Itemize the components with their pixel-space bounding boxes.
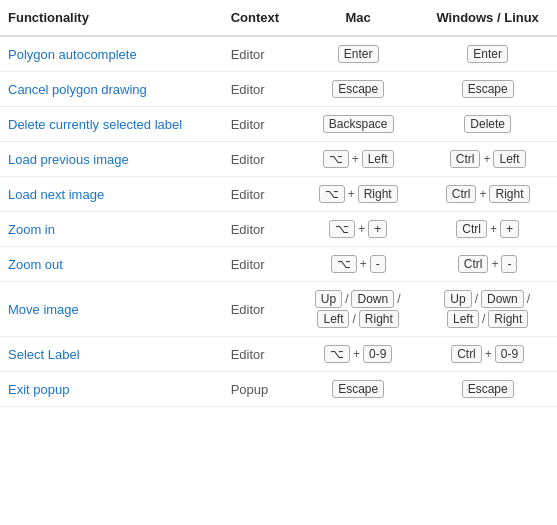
col-header-context: Context: [223, 0, 298, 36]
context-label: Editor: [231, 222, 265, 237]
key-badge: 0-9: [495, 345, 524, 363]
key-combo: Ctrl + +: [456, 220, 519, 238]
context-label: Editor: [231, 47, 265, 62]
col-header-windows: Windows / Linux: [418, 0, 557, 36]
cell-mac: Backspace: [298, 107, 418, 142]
functionality-label: Delete currently selected label: [8, 117, 182, 132]
key-badge: Right: [488, 310, 528, 328]
cell-mac: ⌥ + +: [298, 212, 418, 247]
key-combo: ⌥ + +: [329, 220, 387, 238]
key-combo: ⌥ + 0-9: [324, 345, 392, 363]
table-row: Exit popup Popup Escape Escape: [0, 372, 557, 407]
key-badge: Escape: [332, 80, 384, 98]
key-badge: ⌥: [323, 150, 349, 168]
key-badge: +: [500, 220, 519, 238]
plus-sign: +: [479, 187, 486, 201]
cell-mac: Up / Down / Left / Right: [298, 282, 418, 337]
col-header-mac: Mac: [298, 0, 418, 36]
key-badge: ⌥: [324, 345, 350, 363]
functionality-label: Cancel polygon drawing: [8, 82, 147, 97]
cell-context: Editor: [223, 177, 298, 212]
cell-mac: Escape: [298, 372, 418, 407]
key-badge: Escape: [462, 380, 514, 398]
key-badge: Right: [359, 310, 399, 328]
plus-sign: +: [348, 187, 355, 201]
cell-functionality: Delete currently selected label: [0, 107, 223, 142]
table-row: Load next image Editor ⌥ + Right Ctrl + …: [0, 177, 557, 212]
cell-win: Escape: [418, 372, 557, 407]
key-combo: ⌥ + Left: [323, 150, 394, 168]
key-group: Up / Down / Left / Right: [315, 290, 402, 328]
functionality-label: Load previous image: [8, 152, 129, 167]
slash-sign: /: [352, 312, 355, 326]
plus-sign: +: [483, 152, 490, 166]
key-badge: ⌥: [319, 185, 345, 203]
key-badge: Ctrl: [456, 220, 487, 238]
cell-win: Up / Down / Left / Right: [418, 282, 557, 337]
key-row: Left / Right: [447, 310, 528, 328]
key-badge: Left: [317, 310, 349, 328]
cell-win: Ctrl + +: [418, 212, 557, 247]
context-label: Editor: [231, 82, 265, 97]
key-badge: Enter: [338, 45, 379, 63]
key-badge: Escape: [332, 380, 384, 398]
table-row: Cancel polygon drawing Editor Escape Esc…: [0, 72, 557, 107]
plus-sign: +: [490, 222, 497, 236]
table-row: Select Label Editor ⌥ + 0-9 Ctrl + 0-9: [0, 337, 557, 372]
cell-mac: Enter: [298, 36, 418, 72]
key-badge: ⌥: [331, 255, 357, 273]
cell-functionality: Load next image: [0, 177, 223, 212]
functionality-label: Select Label: [8, 347, 80, 362]
cell-mac: ⌥ + -: [298, 247, 418, 282]
key-badge: Left: [493, 150, 525, 168]
cell-functionality: Zoom in: [0, 212, 223, 247]
plus-sign: +: [358, 222, 365, 236]
cell-win: Ctrl + 0-9: [418, 337, 557, 372]
cell-functionality: Exit popup: [0, 372, 223, 407]
key-combo: ⌥ + Right: [319, 185, 398, 203]
cell-functionality: Cancel polygon drawing: [0, 72, 223, 107]
cell-context: Editor: [223, 142, 298, 177]
cell-functionality: Load previous image: [0, 142, 223, 177]
key-badge: Down: [481, 290, 524, 308]
context-label: Editor: [231, 257, 265, 272]
key-badge: -: [370, 255, 386, 273]
cell-win: Ctrl + Right: [418, 177, 557, 212]
context-label: Editor: [231, 152, 265, 167]
cell-functionality: Select Label: [0, 337, 223, 372]
functionality-label: Load next image: [8, 187, 104, 202]
table-row: Move image Editor Up / Down / Left / Rig…: [0, 282, 557, 337]
cell-context: Editor: [223, 282, 298, 337]
cell-context: Editor: [223, 212, 298, 247]
slash-sign: /: [345, 292, 348, 306]
key-badge: Right: [358, 185, 398, 203]
cell-mac: ⌥ + 0-9: [298, 337, 418, 372]
key-badge: ⌥: [329, 220, 355, 238]
key-badge: Backspace: [323, 115, 394, 133]
key-combo: Ctrl + Right: [446, 185, 530, 203]
plus-sign: +: [353, 347, 360, 361]
key-badge: Ctrl: [446, 185, 477, 203]
cell-mac: ⌥ + Left: [298, 142, 418, 177]
table-row: Zoom out Editor ⌥ + - Ctrl + -: [0, 247, 557, 282]
slash-sign: /: [482, 312, 485, 326]
key-badge: Escape: [462, 80, 514, 98]
table-row: Zoom in Editor ⌥ + + Ctrl + +: [0, 212, 557, 247]
key-badge: Ctrl: [458, 255, 489, 273]
key-row: Up / Down /: [315, 290, 402, 308]
table-row: Delete currently selected label Editor B…: [0, 107, 557, 142]
key-row: Up / Down /: [444, 290, 531, 308]
functionality-label: Zoom in: [8, 222, 55, 237]
plus-sign: +: [352, 152, 359, 166]
cell-context: Editor: [223, 107, 298, 142]
key-row: Left / Right: [317, 310, 398, 328]
functionality-label: Exit popup: [8, 382, 69, 397]
table-row: Load previous image Editor ⌥ + Left Ctrl…: [0, 142, 557, 177]
key-badge: +: [368, 220, 387, 238]
functionality-label: Move image: [8, 302, 79, 317]
slash-sign: /: [527, 292, 530, 306]
key-badge: Down: [351, 290, 394, 308]
col-header-functionality: Functionality: [0, 0, 223, 36]
key-combo: Ctrl + Left: [450, 150, 526, 168]
functionality-label: Zoom out: [8, 257, 63, 272]
